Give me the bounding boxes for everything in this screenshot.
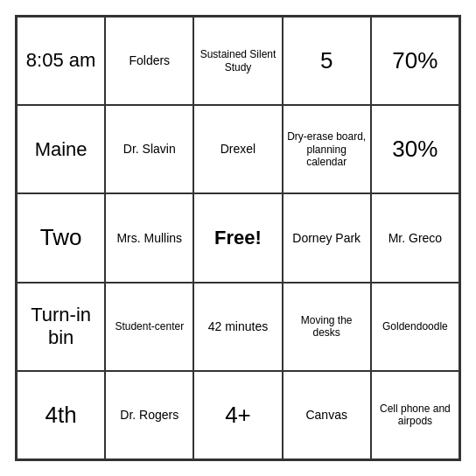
bingo-cell-16: Student-center (105, 283, 193, 371)
bingo-cell-22: 4+ (193, 371, 282, 459)
bingo-cell-3: 5 (283, 17, 371, 105)
bingo-cell-18: Moving the desks (283, 283, 371, 371)
bingo-cell-6: Dr. Slavin (105, 105, 193, 193)
bingo-cell-17: 42 minutes (193, 283, 282, 371)
bingo-cell-2: Sustained Silent Study (193, 17, 282, 105)
bingo-cell-0: 8:05 am (17, 17, 105, 105)
bingo-cell-15: Turn-in bin (17, 283, 105, 371)
bingo-cell-11: Mrs. Mullins (105, 193, 193, 282)
bingo-cell-13: Dorney Park (283, 193, 371, 282)
bingo-cell-8: Dry-erase board, planning calendar (283, 105, 371, 193)
bingo-cell-20: 4th (17, 371, 105, 459)
bingo-cell-7: Drexel (193, 105, 282, 193)
bingo-cell-9: 30% (371, 105, 459, 193)
bingo-cell-12: Free! (193, 193, 282, 282)
bingo-cell-4: 70% (371, 17, 459, 105)
bingo-cell-10: Two (17, 193, 105, 282)
bingo-board: 8:05 amFoldersSustained Silent Study570%… (15, 15, 461, 461)
bingo-cell-1: Folders (105, 17, 193, 105)
bingo-cell-5: Maine (17, 105, 105, 193)
bingo-cell-24: Cell phone and airpods (371, 371, 459, 459)
bingo-cell-23: Canvas (283, 371, 371, 459)
bingo-cell-21: Dr. Rogers (105, 371, 193, 459)
bingo-cell-14: Mr. Greco (371, 193, 459, 282)
bingo-cell-19: Goldendoodle (371, 283, 459, 371)
